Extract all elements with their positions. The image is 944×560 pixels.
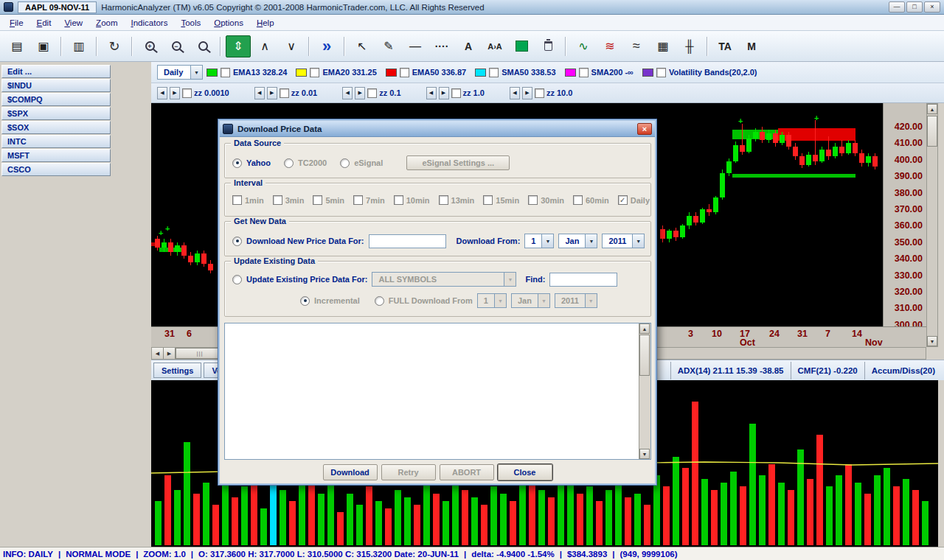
volatility-checkbox[interactable]: [656, 68, 666, 77]
zz-1.0-checkbox[interactable]: [451, 88, 461, 98]
spin-right-icon[interactable]: ▶: [439, 87, 449, 99]
chevron-down-icon[interactable]: ▼: [632, 234, 644, 248]
maximize-button[interactable]: □: [906, 1, 923, 13]
candle-body: [780, 135, 785, 143]
sidebar-item-indu[interactable]: $INDU: [1, 79, 111, 92]
candlestick-icon[interactable]: ╫: [677, 35, 702, 57]
from-day-combo[interactable]: 1▼: [524, 234, 554, 248]
sidebar-item-spx[interactable]: $SPX: [1, 107, 111, 120]
spin-left-icon[interactable]: ◀: [426, 87, 437, 99]
update-existing-radio[interactable]: [232, 275, 242, 284]
spin-left-icon[interactable]: ◀: [157, 87, 167, 99]
text-icon[interactable]: A: [456, 35, 481, 57]
technical-analysis-icon[interactable]: TA: [712, 35, 738, 57]
scale-vertical-icon[interactable]: ⇕: [226, 35, 251, 57]
from-month-combo[interactable]: Jan▼: [558, 234, 597, 248]
chart-vertical-scrollbar[interactable]: ▲ ▼: [926, 103, 938, 347]
scroll-down-icon[interactable]: ▼: [639, 449, 650, 459]
vertical-scroll-thumb[interactable]: [927, 116, 937, 147]
zoom-out-icon[interactable]: −: [164, 35, 189, 57]
sma200-checkbox[interactable]: [579, 68, 589, 77]
scroll-up-icon[interactable]: ▲: [927, 104, 937, 114]
minimize-button[interactable]: —: [889, 1, 905, 13]
timeframe-combo[interactable]: Daily ▼: [157, 65, 203, 80]
refresh-icon[interactable]: ↻: [102, 35, 127, 57]
scroll-up-icon[interactable]: ▲: [639, 323, 650, 334]
draw-pencil-icon[interactable]: ✎: [376, 35, 401, 57]
scroll-left-icon[interactable]: ◀: [152, 348, 164, 359]
sidebar-item-msft[interactable]: MSFT: [1, 149, 111, 162]
find-input[interactable]: [549, 273, 617, 287]
ema50-checkbox[interactable]: [400, 68, 409, 77]
spin-left-icon[interactable]: ◀: [254, 87, 265, 99]
collapse-down-icon[interactable]: ∨: [279, 35, 304, 57]
draw-dots-icon[interactable]: ····: [429, 35, 454, 57]
menu-file[interactable]: File: [3, 16, 30, 29]
collapse-up-icon[interactable]: ∧: [252, 35, 277, 57]
scroll-right-icon[interactable]: ▶: [164, 348, 176, 359]
spin-left-icon[interactable]: ◀: [342, 87, 353, 99]
chevron-down-icon[interactable]: ▼: [190, 66, 202, 79]
fast-forward-icon[interactable]: »: [314, 35, 339, 57]
sidebar-item-compq[interactable]: $COMPQ: [1, 93, 111, 106]
sidebar-item-csco[interactable]: CSCO: [1, 163, 111, 176]
scroll-down-icon[interactable]: ▼: [927, 336, 937, 346]
fax-icon[interactable]: ▤: [4, 35, 30, 57]
menu-tools[interactable]: Tools: [174, 16, 207, 29]
dialog-title-bar[interactable]: Download Price Data ×: [220, 121, 655, 137]
menu-options[interactable]: Options: [207, 16, 250, 29]
spin-right-icon[interactable]: ▶: [355, 87, 365, 99]
new-symbol-input[interactable]: [369, 234, 446, 248]
download-log[interactable]: ▲ ▼: [224, 323, 651, 460]
zoom-reset-icon[interactable]: [190, 35, 215, 57]
close-dialog-button[interactable]: Close: [498, 464, 552, 480]
ema20-checkbox[interactable]: [310, 68, 319, 77]
draw-line-icon[interactable]: ―: [403, 35, 428, 57]
candle-body: [175, 245, 180, 252]
yahoo-radio[interactable]: [232, 158, 242, 168]
tab-settings[interactable]: Settings: [153, 363, 201, 378]
zz-0.1-checkbox[interactable]: [367, 88, 377, 98]
harmonic-mode-icon[interactable]: M: [739, 35, 764, 57]
zz-0.01-checkbox[interactable]: [280, 88, 289, 98]
spin-right-icon[interactable]: ▶: [170, 87, 180, 99]
grid-icon[interactable]: ▦: [650, 35, 676, 57]
ema13-checkbox[interactable]: [221, 68, 230, 77]
sidebar-item-intc[interactable]: INTC: [1, 135, 111, 148]
chevron-down-icon[interactable]: ▼: [585, 234, 597, 248]
dialog-close-icon[interactable]: ×: [637, 123, 652, 135]
menu-help[interactable]: Help: [250, 16, 281, 29]
chevron-down-icon[interactable]: ▼: [541, 234, 553, 248]
text-size-icon[interactable]: A›A: [482, 35, 507, 57]
color-swatch-icon[interactable]: [509, 35, 534, 57]
sidebar-item-edit-...[interactable]: Edit ...: [1, 65, 111, 78]
download-button[interactable]: Download: [323, 464, 378, 480]
title-bar[interactable]: AAPL 09-NOV-11 HarmonicAnalyzer (TM) v6.…: [0, 0, 944, 15]
zoom-in-icon[interactable]: +: [137, 35, 162, 57]
zz-0.0010-checkbox[interactable]: [182, 88, 192, 98]
line-chart-icon[interactable]: ≈: [624, 35, 649, 57]
delete-icon[interactable]: [535, 35, 560, 57]
log-scrollbar[interactable]: ▲ ▼: [639, 323, 650, 459]
menu-zoom[interactable]: Zoom: [89, 16, 124, 29]
harmonic-pattern-icon[interactable]: ≋: [597, 35, 622, 57]
log-scroll-thumb[interactable]: [639, 335, 650, 376]
zz-10.0-checkbox[interactable]: [535, 88, 544, 98]
sidebar-item-sox[interactable]: $SOX: [1, 121, 111, 134]
zigzag-icon[interactable]: ∿: [571, 35, 596, 57]
print-icon[interactable]: ▥: [66, 35, 91, 57]
download-new-radio[interactable]: [232, 237, 242, 246]
menu-edit[interactable]: Edit: [30, 16, 58, 29]
spin-right-icon[interactable]: ▶: [267, 87, 277, 99]
download-new-label: Download New Price Data For:: [246, 237, 364, 245]
save-icon[interactable]: ▣: [31, 35, 56, 57]
menu-indicators[interactable]: Indicators: [125, 16, 175, 29]
menu-view[interactable]: View: [58, 16, 89, 29]
sma50-checkbox[interactable]: [489, 68, 499, 77]
spin-left-icon[interactable]: ◀: [510, 87, 520, 99]
from-year-combo[interactable]: 2011▼: [602, 234, 645, 248]
pointer-icon[interactable]: ↖: [350, 35, 375, 57]
indicator-toggles: EMA13 328.24EMA20 331.25EMA50 336.87SMA5…: [206, 68, 766, 77]
close-button[interactable]: ×: [924, 1, 940, 13]
spin-right-icon[interactable]: ▶: [522, 87, 532, 99]
